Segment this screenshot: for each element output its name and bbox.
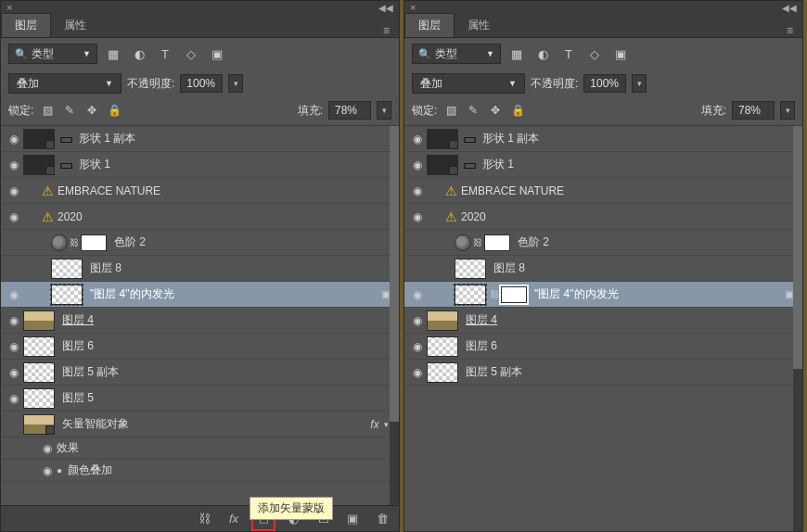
layer-row[interactable]: ◉ ▭ 形状 1 (1, 152, 399, 178)
visibility-icon[interactable]: ◉ (5, 182, 23, 200)
filter-type-select[interactable]: 🔍 类型 ▼ (412, 44, 501, 64)
filter-shape-icon[interactable]: ◇ (183, 45, 199, 62)
visibility-icon[interactable]: ◉ (5, 208, 23, 226)
visibility-icon[interactable]: ◉ (5, 337, 23, 356)
visibility-icon[interactable]: ◉ (408, 337, 427, 356)
blend-mode-select[interactable]: 叠加 ▼ (412, 73, 525, 94)
filter-pixel-icon[interactable]: ▦ (508, 45, 525, 62)
visibility-icon[interactable]: ◉ (5, 389, 23, 408)
visibility-icon[interactable]: ◉ (408, 156, 427, 174)
layer-row[interactable]: ◉ ▭ 形状 1 (404, 152, 802, 178)
layer-thumbnail[interactable] (427, 336, 458, 357)
new-layer-icon[interactable]: ▣ (343, 510, 362, 528)
visibility-icon[interactable]: ◉ (5, 285, 23, 304)
adjustment-icon[interactable] (455, 234, 471, 251)
layer-row[interactable]: ◉ ▭ 形状 1 副本 (404, 126, 802, 152)
visibility-icon[interactable]: ◉ (408, 285, 427, 304)
layer-thumbnail[interactable] (455, 285, 486, 305)
panel-menu-icon[interactable]: ≡ (777, 24, 802, 37)
fill-input[interactable]: 78% (732, 101, 775, 120)
fill-dropdown-icon[interactable]: ▾ (377, 101, 391, 120)
layer-thumbnail[interactable] (427, 362, 458, 383)
visibility-icon[interactable]: ◉ (38, 464, 57, 477)
layer-row[interactable]: ◉ 图层 4 (1, 308, 399, 334)
layer-thumbnail[interactable] (23, 362, 55, 383)
lock-all-icon[interactable]: 🔒 (106, 102, 122, 119)
mask-thumbnail[interactable] (81, 234, 107, 251)
layer-thumbnail[interactable] (427, 129, 458, 149)
filter-shape-icon[interactable]: ◇ (586, 45, 603, 62)
filter-type-icon[interactable]: T (157, 45, 173, 62)
layer-row[interactable]: ◉ 图层 5 (1, 386, 399, 412)
layer-row[interactable]: 图层 8 (404, 256, 802, 282)
layer-thumbnail[interactable] (23, 129, 55, 149)
filter-smart-icon[interactable]: ▣ (612, 45, 629, 62)
layer-row[interactable]: 图层 8 (1, 256, 399, 282)
layer-row[interactable]: ⛓ 色阶 2 (1, 230, 399, 256)
visibility-icon[interactable]: ◉ (5, 311, 23, 330)
fx-item-row[interactable]: ◉ ● 颜色叠加 (1, 460, 399, 482)
tab-layers[interactable]: 图层 (1, 13, 51, 37)
layer-thumbnail[interactable] (23, 336, 55, 357)
layer-row[interactable]: ◉ 图层 4 (404, 308, 802, 334)
panel-menu-icon[interactable]: ≡ (374, 24, 399, 37)
collapse-icon[interactable]: ◀◀ (782, 3, 797, 13)
collapse-icon[interactable]: ◀◀ (378, 3, 393, 13)
blend-mode-select[interactable]: 叠加 ▼ (8, 73, 122, 94)
mask-thumbnail[interactable] (484, 234, 510, 251)
lock-paint-icon[interactable]: ✎ (465, 102, 481, 119)
vector-mask-icon[interactable]: ▭ (462, 158, 477, 172)
layer-thumbnail[interactable] (23, 388, 55, 409)
visibility-icon[interactable]: ◉ (5, 156, 23, 174)
close-icon[interactable]: × (6, 2, 12, 13)
layer-row[interactable]: ◉ 图层 6 (1, 334, 399, 360)
layer-thumbnail[interactable] (427, 155, 458, 175)
opacity-input[interactable]: 100% (583, 74, 626, 93)
layer-row[interactable]: ◉ ⚠ 2020 (404, 204, 802, 230)
lock-position-icon[interactable]: ✥ (83, 102, 100, 119)
fill-dropdown-icon[interactable]: ▾ (780, 101, 795, 120)
visibility-icon[interactable] (5, 415, 23, 434)
visibility-icon[interactable] (408, 260, 427, 278)
opacity-dropdown-icon[interactable]: ▾ (632, 74, 647, 93)
visibility-icon[interactable] (408, 234, 427, 252)
tab-properties[interactable]: 属性 (51, 13, 99, 37)
lock-paint-icon[interactable]: ✎ (61, 102, 78, 119)
visibility-icon[interactable]: ◉ (408, 363, 427, 382)
visibility-icon[interactable]: ◉ (5, 363, 23, 382)
vector-mask-icon[interactable]: ▭ (462, 132, 477, 146)
close-icon[interactable]: × (410, 2, 416, 13)
filter-type-select[interactable]: 🔍 类型 ▼ (8, 44, 97, 64)
lock-all-icon[interactable]: 🔒 (509, 102, 526, 119)
layer-row[interactable]: ◉ ⚠ 2020 (1, 204, 399, 230)
fx-badge[interactable]: fx (367, 417, 382, 432)
filter-pixel-icon[interactable]: ▦ (105, 45, 122, 62)
opacity-dropdown-icon[interactable]: ▾ (228, 74, 243, 93)
fx-effects-row[interactable]: ◉ 效果 (1, 437, 399, 460)
layer-row[interactable]: ◉ ⚠ EMBRACE NATURE (404, 178, 802, 204)
tab-properties[interactable]: 属性 (455, 13, 503, 37)
delete-icon[interactable]: 🗑 (373, 510, 391, 528)
filter-smart-icon[interactable]: ▣ (209, 45, 225, 62)
visibility-icon[interactable]: ◉ (408, 208, 427, 226)
opacity-input[interactable]: 100% (180, 74, 223, 93)
layer-row[interactable]: ◉ 图层 5 副本 (1, 360, 399, 386)
fill-input[interactable]: 78% (328, 101, 371, 120)
layer-thumbnail[interactable] (51, 259, 83, 279)
lock-transparency-icon[interactable]: ▨ (442, 102, 459, 119)
fx-icon[interactable]: fx (224, 510, 243, 528)
lock-transparency-icon[interactable]: ▨ (39, 102, 56, 119)
visibility-icon[interactable]: ◉ (408, 311, 427, 330)
filter-type-icon[interactable]: T (560, 45, 577, 62)
layer-thumbnail[interactable] (427, 310, 458, 331)
visibility-icon[interactable]: ◉ (408, 182, 427, 200)
visibility-icon[interactable] (5, 234, 23, 252)
vector-mask-thumbnail[interactable] (501, 286, 527, 303)
layer-row[interactable]: ⛓ 色阶 2 (404, 230, 802, 256)
link-layers-icon[interactable]: ⛓ (195, 510, 213, 528)
adjustment-icon[interactable] (51, 234, 68, 251)
layer-thumbnail[interactable] (51, 285, 83, 305)
visibility-icon[interactable]: ◉ (5, 130, 23, 148)
visibility-icon[interactable] (5, 260, 23, 278)
layer-row[interactable]: ◉ 图层 6 (404, 334, 802, 360)
